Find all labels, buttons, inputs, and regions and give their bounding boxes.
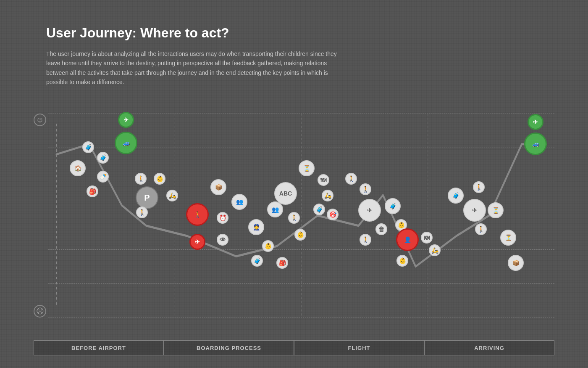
node-seat-red: ✈ — [189, 234, 205, 250]
node-walk-3: 🚶 — [345, 173, 357, 185]
node-walk-1: 🚶 — [135, 173, 147, 185]
node-eye: 👁 — [217, 234, 228, 246]
node-walkbag-1: 🚶 — [136, 207, 148, 218]
node-luggage-1: 🧳 — [82, 141, 94, 153]
node-luggage-3: 🎒 — [276, 257, 288, 269]
node-luggage-person: 🧳 — [251, 255, 263, 267]
node-luggage-5: 🧳 — [385, 198, 401, 214]
section-labels: BEFORE AIRPORT BOARDING PROCESS FLIGHT A… — [34, 340, 554, 355]
node-walkbag-2: 🚶 — [360, 234, 371, 246]
node-belt: 📦 — [210, 179, 226, 195]
section-before-airport: BEFORE AIRPORT — [34, 340, 164, 355]
node-car-2: 🚙 — [524, 132, 547, 155]
page-description: The user journey is about analyzing all … — [46, 49, 349, 87]
node-bag-1: 🎒 — [87, 185, 98, 197]
node-trash: 🗑 — [375, 223, 387, 235]
node-hourglass-1: ⏳ — [299, 160, 315, 176]
node-belt-2: 📦 — [508, 255, 524, 271]
node-crowd-2: 👥 — [267, 201, 283, 217]
node-stroller-1: 🍼 — [97, 171, 109, 183]
node-moto-1: 🛵 — [322, 190, 333, 201]
node-hourglass-3: ⏳ — [500, 230, 516, 246]
journey-diagram: ☺ ☹ ✈ 🚙 🏠 🧳 — [34, 114, 554, 318]
node-moto-2: 🛵 — [429, 244, 441, 256]
node-parking: P — [136, 186, 158, 209]
node-crowd-1: 👥 — [231, 194, 247, 210]
node-security: 👮 — [248, 219, 264, 235]
node-home: 🏠 — [70, 160, 86, 176]
node-walk-5: 🚶 — [473, 181, 485, 193]
node-checkin: ABC — [274, 182, 297, 205]
node-walk-4: 🚶 — [360, 183, 371, 195]
node-food-1: 🍽 — [318, 174, 329, 186]
node-clock: ⏰ — [217, 212, 228, 224]
header: User Journey: Where to act? The user jou… — [46, 25, 542, 87]
node-flight-main: 👤 — [396, 228, 419, 251]
node-walk-6: 🚶 — [475, 223, 487, 235]
node-luggage-6: 🧳 — [448, 188, 464, 204]
section-flight: FLIGHT — [294, 340, 424, 355]
node-stroller-4: 👶 — [396, 255, 408, 267]
node-vehicle-1: 🛵 — [166, 190, 178, 201]
node-luggage-4: 🧳 — [313, 204, 325, 215]
node-stroller-3: 👶 — [262, 240, 274, 252]
sad-icon: ☹ — [34, 305, 46, 318]
node-airplane: ✈ — [358, 199, 381, 222]
node-seat-2: ✈ — [528, 114, 543, 130]
node-walk-2: 🚶 — [288, 212, 300, 224]
node-boarding-main: 🚶 — [186, 203, 209, 226]
section-boarding-process: BOARDING PROCESS — [164, 340, 294, 355]
node-baby-1: 👶 — [294, 229, 306, 241]
node-car-1: 🚙 — [115, 132, 137, 154]
happy-icon: ☺ — [34, 114, 46, 126]
node-stroller-2: 👶 — [154, 173, 165, 185]
node-luggage-2: 🧳 — [97, 152, 109, 164]
node-hourglass-2: ⏳ — [488, 202, 504, 218]
node-seat-1: ✈ — [118, 112, 134, 128]
node-food-2: 🍽 — [421, 232, 433, 244]
page-title: User Journey: Where to act? — [46, 25, 542, 41]
y-axis: ☺ ☹ — [34, 114, 46, 318]
node-airplane-2: ✈ — [463, 199, 486, 222]
node-target: 🎯 — [327, 209, 339, 220]
section-arriving: ARRIVING — [424, 340, 554, 355]
